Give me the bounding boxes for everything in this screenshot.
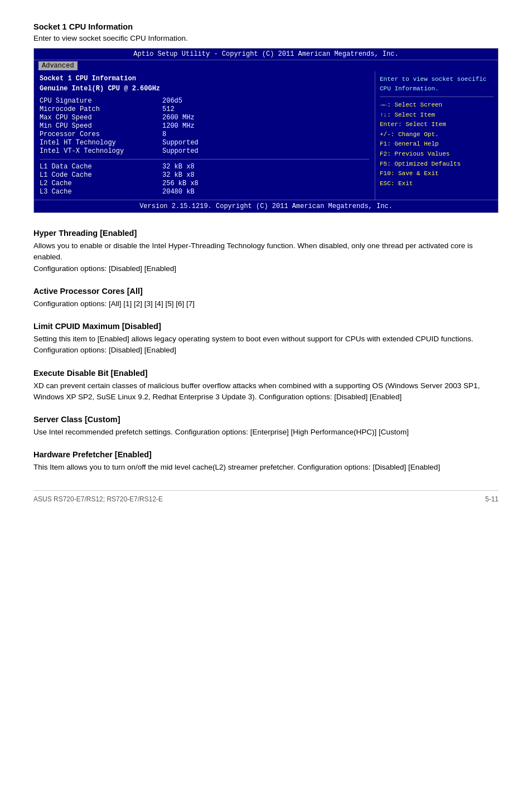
bios-nav-item: ↑↓: Select Item	[380, 110, 494, 120]
bios-row-value: 206d5	[162, 97, 369, 105]
bios-row-label: Min CPU Speed	[40, 122, 162, 131]
bios-cache-row-label: L2 Cache	[40, 180, 162, 188]
content-section-para: Allows you to enable or disable the Inte…	[33, 240, 499, 263]
bios-nav-item: →←: Select Screen	[380, 100, 494, 110]
bios-row-value: 1200 MHz	[162, 122, 369, 131]
bios-nav-item: +/-: Change Opt.	[380, 130, 494, 140]
content-section: Hardware Prefetcher [Enabled]This Item a…	[33, 450, 499, 473]
bios-row-value: 8	[162, 131, 369, 139]
content-section-para: Configuration options: [Disabled] [Enabl…	[33, 345, 499, 356]
bios-tab-row: Advanced	[34, 60, 498, 71]
bios-sidebar: Enter to view socket soecific CPU Inform…	[375, 71, 498, 200]
bios-row: Processor Cores8	[40, 131, 369, 139]
socket-section-title: Socket 1 CPU Information	[33, 22, 499, 31]
bios-nav-item: F2: Previous Values	[380, 149, 494, 160]
content-section: Execute Disable Bit [Enabled]XD can prev…	[33, 369, 499, 403]
bios-row: Min CPU Speed1200 MHz	[40, 122, 369, 131]
bios-header: Aptio Setup Utility - Copyright (C) 2011…	[34, 49, 498, 60]
content-section-para: XD can prevent certain classes of malici…	[33, 380, 499, 403]
bios-row: Intel HT TechnologySupported	[40, 139, 369, 147]
content-section-para: Setting this item to [Enabled] allows le…	[33, 334, 499, 345]
bios-info-table: CPU Signature206d5Microcode Patch512Max …	[40, 97, 369, 156]
sections-container: Hyper Threading [Enabled]Allows you to e…	[33, 229, 499, 474]
bios-row: CPU Signature206d5	[40, 97, 369, 105]
bios-cache-row: L1 Data Cache32 kB x8	[40, 163, 369, 171]
content-section-title: Hyper Threading [Enabled]	[33, 229, 499, 238]
bios-row-label: Microcode Patch	[40, 105, 162, 114]
bios-cache-row: L2 Cache256 kB x8	[40, 180, 369, 188]
content-section-title: Server Class [Custom]	[33, 415, 499, 424]
content-section-title: Hardware Prefetcher [Enabled]	[33, 450, 499, 459]
bios-sidebar-divider	[380, 96, 494, 97]
bios-cache-row-value: 32 kB x8	[162, 171, 369, 180]
content-section-para: This Item allows you to turn on/off the …	[33, 462, 499, 473]
page-footer: ASUS RS720-E7/RS12; RS720-E7/RS12-E 5-11	[33, 490, 499, 503]
bios-nav-item: Enter: Select Item	[380, 120, 494, 130]
bios-row: Max CPU Speed2600 MHz	[40, 114, 369, 122]
bios-cache-row: L3 Cache20480 kB	[40, 188, 369, 196]
content-section: Server Class [Custom]Use Intel recommend…	[33, 415, 499, 438]
bios-row: Intel VT-X TechnologySupported	[40, 147, 369, 156]
bios-nav-text: →←: Select Screen↑↓: Select ItemEnter: S…	[380, 100, 494, 189]
content-section-title: Active Processor Cores [All]	[33, 287, 499, 296]
bios-row-value: Supported	[162, 147, 369, 156]
bios-row-label: CPU Signature	[40, 97, 162, 105]
bios-cache-table: L1 Data Cache32 kB x8L1 Code Cache32 kB …	[40, 163, 369, 196]
bios-nav-item: F1: General Help	[380, 139, 494, 149]
bios-cpu-model: Genuine Intel(R) CPU @ 2.60GHz	[40, 85, 369, 93]
content-section-title: Limit CPUID Maximum [Disabled]	[33, 322, 499, 331]
socket-cpu-section: Socket 1 CPU Information Enter to view s…	[33, 22, 499, 213]
bios-cache-row-label: L1 Code Cache	[40, 171, 162, 180]
bios-body: Socket 1 CPU Information Genuine Intel(R…	[34, 71, 498, 200]
bios-row-label: Max CPU Speed	[40, 114, 162, 122]
bios-nav-item: F5: Optimized Defaults	[380, 160, 494, 170]
content-section-para: Configuration options: [Disabled] [Enabl…	[33, 263, 499, 274]
bios-cache-row-label: L3 Cache	[40, 188, 162, 196]
bios-footer: Version 2.15.1219. Copyright (C) 2011 Am…	[34, 200, 498, 212]
content-section-title: Execute Disable Bit [Enabled]	[33, 369, 499, 378]
content-section-para: Configuration options: [All] [1] [2] [3]…	[33, 298, 499, 310]
bios-cache-row-label: L1 Data Cache	[40, 163, 162, 171]
content-section: Limit CPUID Maximum [Disabled]Setting th…	[33, 322, 499, 356]
bios-row-value: 2600 MHz	[162, 114, 369, 122]
bios-row-value: Supported	[162, 139, 369, 147]
footer-right: 5-11	[485, 495, 499, 503]
bios-row-label: Intel HT Technology	[40, 139, 162, 147]
bios-cache-row: L1 Code Cache32 kB x8	[40, 171, 369, 180]
bios-main-title: Socket 1 CPU Information	[40, 75, 369, 83]
bios-row-value: 512	[162, 105, 369, 114]
content-section-para: Use Intel recommended prefetch settings.…	[33, 427, 499, 438]
bios-cache-row-value: 20480 kB	[162, 188, 369, 196]
bios-row-label: Processor Cores	[40, 131, 162, 139]
bios-row: Microcode Patch512	[40, 105, 369, 114]
bios-cache-row-value: 32 kB x8	[162, 163, 369, 171]
bios-divider	[40, 159, 369, 160]
bios-cache-row-value: 256 kB x8	[162, 180, 369, 188]
bios-nav-item: ESC: Exit	[380, 179, 494, 189]
content-section: Active Processor Cores [All]Configuratio…	[33, 287, 499, 310]
footer-left: ASUS RS720-E7/RS12; RS720-E7/RS12-E	[33, 495, 163, 503]
socket-section-desc: Enter to view socket soecific CPU Inform…	[33, 34, 499, 42]
bios-row-label: Intel VT-X Technology	[40, 147, 162, 156]
bios-screen: Aptio Setup Utility - Copyright (C) 2011…	[33, 48, 499, 213]
bios-main: Socket 1 CPU Information Genuine Intel(R…	[34, 71, 375, 200]
content-section: Hyper Threading [Enabled]Allows you to e…	[33, 229, 499, 274]
bios-nav-item: F10: Save & Exit	[380, 169, 494, 179]
bios-tab-advanced[interactable]: Advanced	[38, 61, 78, 70]
bios-help-text: Enter to view socket soecific CPU Inform…	[380, 75, 494, 93]
